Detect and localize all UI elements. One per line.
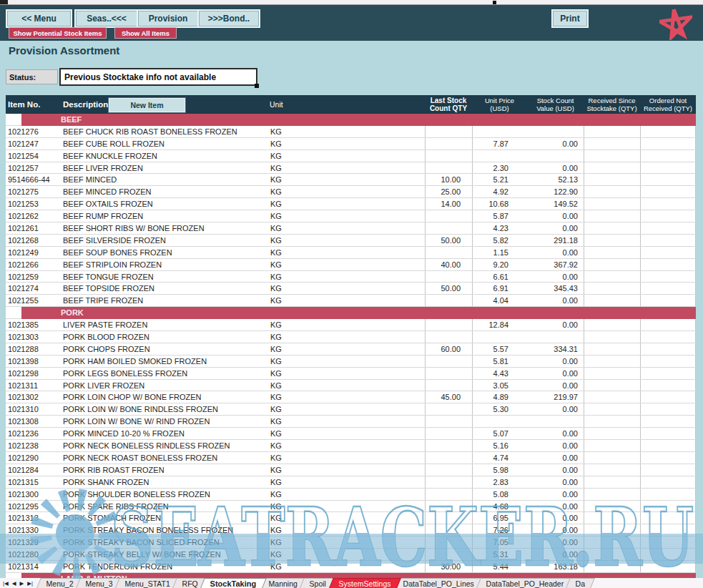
table-row[interactable]: 1021276 BEEF CHUCK RIB ROAST BONELESS FR…: [6, 126, 696, 138]
cell-last-stock-count-qty[interactable]: 40.00: [425, 259, 472, 270]
table-row[interactable]: 1021302 PORK LOIN CHOP W/ BONE FROZEN KG…: [6, 391, 696, 403]
table-row[interactable]: 1021259 BEEF TONGUE FROZEN KG 6.61 0.00: [6, 271, 696, 283]
table-row[interactable]: 1021308 PORK LOIN W/ BONE W/ RIND FROZEN…: [6, 416, 696, 428]
cell-last-stock-count-qty[interactable]: 30.00: [425, 561, 472, 572]
table-row[interactable]: 1021238 PORK NECK BONELESS RINDLESS FROZ…: [6, 440, 696, 452]
cell-last-stock-count-qty[interactable]: [425, 247, 472, 258]
sheet-tab-SystemSettings[interactable]: SystemSettings: [329, 578, 401, 588]
table-row[interactable]: 1021295 PORK SPARE RIBS FROZEN KG 4.68 0…: [6, 501, 696, 513]
menu-button[interactable]: << Menu: [6, 9, 72, 28]
cell-last-stock-count-qty[interactable]: [425, 271, 472, 283]
table-row[interactable]: 1021274 BEEF TOPSIDE FROZEN KG 50.00 6.9…: [6, 283, 696, 295]
table-row[interactable]: 1021255 BEEF TRIPE FROZEN KG 4.04 0.00: [6, 295, 696, 307]
table-row[interactable]: 1021268 BEEF SILVERSIDE FROZEN KG 50.00 …: [6, 235, 696, 247]
cell-last-stock-count-qty[interactable]: 14.00: [425, 198, 472, 210]
cell-last-stock-count-qty[interactable]: [425, 126, 472, 137]
cell-last-stock-count-qty[interactable]: [425, 138, 472, 150]
sheet-tab-DataTabel_PO_Lines[interactable]: DataTabel_PO_Lines: [393, 578, 484, 588]
table-row[interactable]: 1021303 PORK BLOOD FROZEN KG: [6, 331, 696, 343]
cell-unit: KG: [265, 561, 425, 572]
pane-split-handle[interactable]: [493, 1, 496, 4]
cell-last-stock-count-qty[interactable]: 10.00: [425, 174, 472, 185]
table-row[interactable]: 1021261 BEEF SHORT RIBS W/ BONE FROZEN K…: [6, 222, 696, 235]
cell-last-stock-count-qty[interactable]: 60.00: [425, 343, 472, 355]
cell-last-stock-count-qty[interactable]: [425, 452, 472, 464]
cell-last-stock-count-qty[interactable]: [425, 489, 472, 500]
sheet-nav-arrow-3[interactable]: ▶|: [27, 580, 33, 587]
cell-last-stock-count-qty[interactable]: [425, 476, 472, 488]
cell-last-stock-count-qty[interactable]: [425, 524, 472, 536]
show-potential-stock-items-button[interactable]: Show Potential Stock Items: [9, 27, 107, 39]
show-all-items-button[interactable]: Show All Items: [114, 27, 177, 39]
cell-last-stock-count-qty[interactable]: 45.00: [425, 391, 472, 403]
table-row[interactable]: 1021280 PORK STREAKY BELLY W/ BONE FROZE…: [6, 549, 696, 561]
cell-last-stock-count-qty[interactable]: [425, 428, 472, 439]
table-row[interactable]: 1021314 PORK TENDERLOIN FROZEN KG 30.00 …: [6, 561, 696, 573]
section-lead-cell: [6, 573, 21, 578]
bond-button[interactable]: >>>Bond..: [197, 9, 260, 28]
cell-last-stock-count-qty[interactable]: [425, 512, 472, 524]
table-row[interactable]: 1021329 PORK STREAKY BACON SLICED FROZEN…: [6, 536, 696, 549]
table-body: BEEF 1021276 BEEF CHUCK RIB ROAST BONELE…: [6, 114, 696, 578]
sheet-nav-arrow-1[interactable]: ◀: [12, 580, 16, 587]
cell-last-stock-count-qty[interactable]: [425, 150, 472, 162]
cell-last-stock-count-qty[interactable]: [425, 295, 472, 306]
table-row[interactable]: 1021253 BEEF OXTAILS FROZEN KG 14.00 10.…: [6, 198, 696, 210]
table-row[interactable]: 1021288 PORK CHOPS FROZEN KG 60.00 5.57 …: [6, 343, 696, 356]
table-row[interactable]: 1021313 PORK STOMACH FROZEN KG 6.95 0.00: [6, 512, 696, 524]
cell-last-stock-count-qty[interactable]: 50.00: [425, 283, 472, 294]
print-button[interactable]: Print: [551, 9, 589, 28]
cell-last-stock-count-qty[interactable]: [425, 440, 472, 451]
cell-last-stock-count-qty[interactable]: [425, 368, 472, 379]
status-field-resize-handle[interactable]: [255, 84, 259, 88]
sheet-tab-StockTaking[interactable]: StockTaking: [200, 578, 266, 588]
cell-last-stock-count-qty[interactable]: [425, 416, 472, 427]
cell-last-stock-count-qty[interactable]: [425, 549, 472, 560]
cell-last-stock-count-qty[interactable]: 50.00: [425, 235, 472, 246]
cell-last-stock-count-qty[interactable]: [425, 319, 472, 330]
table-row[interactable]: 1021311 PORK LIVER FROZEN KG 3.05 0.00: [6, 380, 696, 392]
sheet-tab-DataTabel_PO_Header[interactable]: DataTabel_PO_Header: [476, 578, 574, 588]
status-field[interactable]: Previous Stocktake info not available: [59, 68, 257, 86]
cell-last-stock-count-qty[interactable]: [425, 464, 472, 476]
table-row[interactable]: 1021262 BEEF RUMP FROZEN KG 5.87 0.00: [6, 210, 696, 222]
table-row[interactable]: 1021254 BEEF KNUCKLE FROZEN KG: [6, 150, 696, 162]
table-row[interactable]: 1021330 PORK STREAKY BACON BONELESS FROZ…: [6, 524, 696, 536]
table-row[interactable]: 1021385 LIVER PASTE FROZEN KG 12.84 0.00: [6, 319, 696, 331]
cell-last-stock-count-qty[interactable]: [425, 162, 472, 174]
cell-last-stock-count-qty[interactable]: [425, 501, 472, 512]
cell-last-stock-count-qty[interactable]: [425, 356, 472, 367]
cell-last-stock-count-qty[interactable]: [425, 380, 472, 391]
table-row[interactable]: 1021398 PORK HAM BOILED SMOKED FROZEN KG…: [6, 356, 696, 368]
table-row[interactable]: 1021290 PORK NECK ROAST BONELESS FROZEN …: [6, 452, 696, 464]
cell-last-stock-count-qty[interactable]: 25.00: [425, 186, 472, 197]
table-row[interactable]: 1021236 PORK MINCED 10-20 % FROZEN KG 5.…: [6, 428, 696, 440]
table-row[interactable]: 1021310 PORK LOIN W/ BONE RINDLESS FROZE…: [6, 403, 696, 416]
cell-last-stock-count-qty[interactable]: [425, 331, 472, 343]
cell-description: PORK STREAKY BACON SLICED FROZEN: [61, 536, 265, 548]
cell-ordered-not-received: [640, 512, 696, 524]
cell-item-no: 1021311: [6, 380, 61, 391]
table-row[interactable]: 9514666-44 BEEF MINCED KG 10.00 5.21 52.…: [6, 174, 696, 186]
cell-last-stock-count-qty[interactable]: [425, 536, 472, 548]
table-row[interactable]: 1021298 PORK LEGS BONELESS FROZEN KG 4.4…: [6, 368, 696, 380]
table-row[interactable]: 1021257 BEEF LIVER FROZEN KG 2.30 0.00: [6, 162, 696, 175]
table-row[interactable]: 1021300 PORK SHOULDER BONELESS FROZEN KG…: [6, 489, 696, 501]
sheet-nav-arrow-0[interactable]: |◀: [3, 580, 9, 587]
sheet-tab-Menu_STAT1[interactable]: Menu_STAT1: [115, 578, 180, 588]
table-row[interactable]: 1021275 BEEF MINCED FROZEN KG 25.00 4.92…: [6, 186, 696, 198]
cell-last-stock-count-qty[interactable]: [425, 210, 472, 222]
provision-button[interactable]: Provision: [137, 9, 200, 28]
table-row[interactable]: 1021247 BEEF CUBE ROLL FROZEN KG 7.87 0.…: [6, 138, 696, 150]
sheet-tab-Da[interactable]: Da: [566, 578, 595, 588]
table-row[interactable]: 1021315 PORK SHANK FROZEN KG 2.83 0.00: [6, 476, 696, 489]
new-item-button[interactable]: New Item: [109, 98, 185, 112]
cell-last-stock-count-qty[interactable]: [425, 403, 472, 415]
table-row[interactable]: 1021284 PORK RIB ROAST FROZEN KG 5.98 0.…: [6, 464, 696, 476]
table-row[interactable]: 1021266 BEEF STRIPLOIN FROZEN KG 40.00 9…: [6, 259, 696, 271]
cell-stock-count-value: 0.00: [527, 403, 584, 415]
seas-button[interactable]: Seas..<<<: [74, 9, 139, 28]
cell-last-stock-count-qty[interactable]: [425, 222, 472, 234]
table-row[interactable]: 1021249 BEEF SOUP BONES FROZEN KG 1.15 0…: [6, 247, 696, 259]
sheet-nav-arrow-2[interactable]: ▶: [20, 580, 24, 587]
